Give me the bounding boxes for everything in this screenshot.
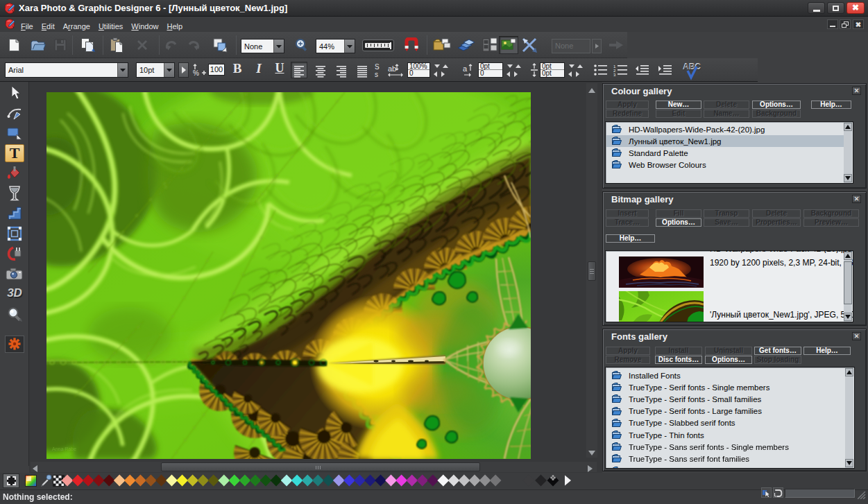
svg-text:S: S bbox=[375, 63, 380, 71]
svg-text:%: % bbox=[193, 69, 199, 77]
svg-text:ABC: ABC bbox=[683, 62, 701, 72]
svg-text:3: 3 bbox=[613, 73, 616, 76]
svg-text:s: s bbox=[375, 71, 378, 78]
svg-text:a: a bbox=[463, 64, 468, 73]
svg-text:ab: ab bbox=[388, 64, 396, 73]
svg-text:Anna Rabe: Anna Rabe bbox=[52, 446, 76, 451]
